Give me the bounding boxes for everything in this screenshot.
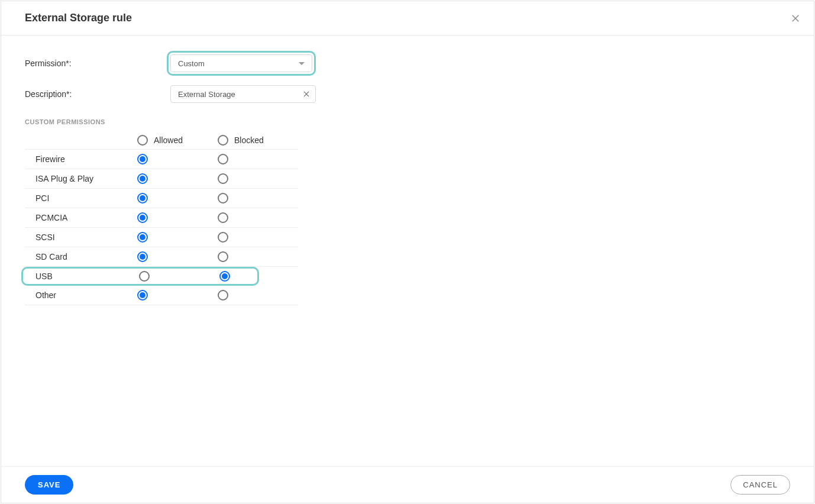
- header-blocked[interactable]: Blocked: [218, 135, 298, 146]
- radio-blocked[interactable]: [218, 232, 228, 243]
- clear-icon[interactable]: [302, 90, 311, 98]
- device-label: Other: [35, 290, 137, 300]
- radio-blocked[interactable]: [218, 212, 228, 223]
- radio-allowed-cell: [137, 251, 218, 262]
- device-label: PCMCIA: [35, 213, 137, 222]
- radio-allowed[interactable]: [137, 232, 148, 243]
- radio-blocked[interactable]: [219, 271, 230, 282]
- device-label: Firewire: [35, 154, 137, 164]
- custom-permissions-table: Allowed Blocked FirewireISA Plug & PlayP…: [25, 131, 298, 305]
- dialog-title: External Storage rule: [25, 12, 132, 24]
- radio-header-blocked[interactable]: [218, 135, 228, 146]
- radio-blocked-cell: [218, 290, 298, 301]
- description-row: Description*:: [25, 85, 790, 103]
- radio-allowed[interactable]: [137, 251, 148, 262]
- permission-highlight: Custom: [167, 51, 316, 76]
- save-button[interactable]: SAVE: [25, 475, 73, 495]
- perm-row: SD Card: [25, 247, 298, 267]
- perm-row: USB: [21, 267, 259, 286]
- radio-blocked[interactable]: [218, 290, 228, 301]
- radio-allowed-cell: [137, 154, 218, 164]
- radio-blocked-cell: [218, 193, 298, 203]
- radio-blocked[interactable]: [218, 173, 228, 184]
- radio-allowed-cell: [137, 212, 218, 223]
- header-allowed[interactable]: Allowed: [137, 135, 218, 146]
- radio-blocked-cell: [218, 251, 298, 262]
- radio-blocked[interactable]: [218, 251, 228, 262]
- custom-permissions-title: CUSTOM PERMISSIONS: [25, 118, 790, 125]
- device-label: USB: [35, 272, 139, 281]
- perm-row: Other: [25, 286, 298, 305]
- radio-blocked-cell: [218, 154, 298, 164]
- dialog-footer: SAVE CANCEL: [1, 466, 814, 503]
- radio-allowed-cell: [139, 271, 219, 282]
- dialog-body: Permission*: Custom Description*: CUSTOM…: [1, 35, 814, 466]
- radio-blocked-cell: [219, 271, 300, 282]
- description-input[interactable]: [178, 90, 302, 99]
- external-storage-rule-dialog: External Storage rule Permission*: Custo…: [1, 1, 814, 503]
- radio-blocked-cell: [218, 212, 298, 223]
- radio-allowed[interactable]: [137, 154, 148, 164]
- perm-header: Allowed Blocked: [25, 131, 298, 150]
- radio-allowed[interactable]: [139, 271, 150, 282]
- device-label: ISA Plug & Play: [35, 174, 137, 183]
- device-label: SCSI: [35, 232, 137, 242]
- col-allowed-label: Allowed: [154, 135, 183, 145]
- radio-blocked[interactable]: [218, 193, 228, 203]
- col-blocked-label: Blocked: [234, 135, 264, 145]
- radio-allowed-cell: [137, 232, 218, 243]
- description-input-wrap: [170, 85, 316, 103]
- permission-select[interactable]: Custom: [170, 54, 312, 72]
- radio-allowed[interactable]: [137, 193, 148, 203]
- perm-row: Firewire: [25, 150, 298, 169]
- close-icon[interactable]: [790, 13, 801, 24]
- radio-blocked[interactable]: [218, 154, 228, 164]
- description-label: Description*:: [25, 89, 167, 99]
- radio-header-allowed[interactable]: [137, 135, 148, 146]
- cancel-button[interactable]: CANCEL: [730, 475, 790, 495]
- perm-row: PCMCIA: [25, 208, 298, 228]
- chevron-down-icon: [299, 62, 305, 65]
- dialog-header: External Storage rule: [1, 1, 814, 35]
- radio-blocked-cell: [218, 173, 298, 184]
- radio-allowed-cell: [137, 193, 218, 203]
- permission-select-value: Custom: [178, 59, 205, 68]
- device-label: SD Card: [35, 252, 137, 261]
- radio-blocked-cell: [218, 232, 298, 243]
- radio-allowed[interactable]: [137, 290, 148, 301]
- radio-allowed[interactable]: [137, 212, 148, 223]
- radio-allowed-cell: [137, 290, 218, 301]
- permission-row: Permission*: Custom: [25, 51, 790, 76]
- device-label: PCI: [35, 193, 137, 203]
- perm-row: SCSI: [25, 228, 298, 247]
- radio-allowed-cell: [137, 173, 218, 184]
- radio-allowed[interactable]: [137, 173, 148, 184]
- perm-row: PCI: [25, 189, 298, 208]
- perm-row: ISA Plug & Play: [25, 169, 298, 189]
- permission-label: Permission*:: [25, 59, 167, 68]
